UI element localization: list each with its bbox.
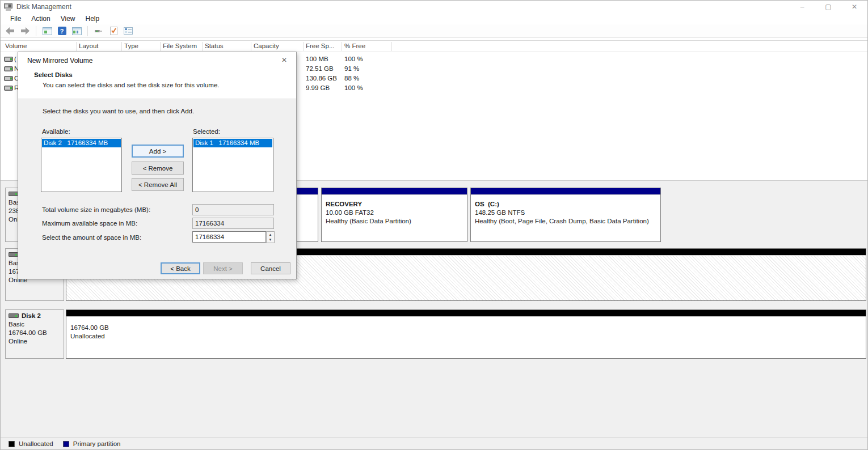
add-button[interactable]: Add > xyxy=(132,145,184,158)
selected-label: Selected: xyxy=(193,128,220,135)
partition-status: Healthy (Basic Data Partition) xyxy=(326,218,463,224)
disk-icon xyxy=(9,313,19,318)
col-volume[interactable]: Volume xyxy=(5,43,27,49)
disk2-unallocated-region[interactable]: 16764.00 GB Unallocated xyxy=(66,309,866,359)
volume-icon xyxy=(4,66,13,71)
partition-body: OS (C:) 148.25 GB NTFS Healthy (Boot, Pa… xyxy=(471,194,660,241)
primary-partition-legend-swatch xyxy=(63,441,69,447)
disk0-partition-recovery[interactable]: RECOVERY 10.00 GB FAT32 Healthy (Basic D… xyxy=(321,188,467,242)
titlebar: Disk Management – ▢ ✕ xyxy=(1,1,867,13)
back-button[interactable]: < Back xyxy=(161,262,200,274)
partition-body: RECOVERY 10.00 GB FAT32 Healthy (Basic D… xyxy=(322,194,467,241)
column-divider xyxy=(251,42,251,51)
col-status[interactable]: Status xyxy=(205,43,224,49)
amount-spinner[interactable]: ▲ ▼ xyxy=(266,231,275,243)
disk2-capacity: 16764.00 GB xyxy=(9,329,61,336)
pct-free-value: 100 % xyxy=(344,56,363,62)
column-divider xyxy=(303,42,304,51)
col-pct-free[interactable]: % Free xyxy=(344,43,365,49)
col-type[interactable]: Type xyxy=(124,43,138,49)
disk2-name: Disk 2 xyxy=(22,312,41,319)
selected-list-item[interactable]: Disk 1 17166334 MB xyxy=(193,139,272,147)
disk-management-window: Disk Management – ▢ ✕ File Action View H… xyxy=(0,0,868,450)
disk2-info-panel[interactable]: Disk 2 Basic 16764.00 GB Online xyxy=(5,309,64,359)
dialog-subheading: You can select the disks and set the dis… xyxy=(43,82,220,88)
free-space-value: 130.86 GB xyxy=(306,75,337,82)
unallocated-bar xyxy=(66,310,866,316)
app-icon xyxy=(4,3,12,11)
col-layout[interactable]: Layout xyxy=(79,43,99,49)
free-space-value: 100 MB xyxy=(306,56,328,62)
menu-action[interactable]: Action xyxy=(26,14,55,24)
check-document-icon[interactable] xyxy=(107,26,120,37)
column-divider xyxy=(391,42,392,51)
new-mirrored-volume-dialog: New Mirrored Volume ✕ Select Disks You c… xyxy=(18,52,297,279)
unallocated-legend-swatch xyxy=(9,441,15,447)
selected-listbox[interactable]: Disk 1 17166334 MB xyxy=(192,138,273,192)
cancel-button[interactable]: Cancel xyxy=(251,262,290,274)
toolbar: ? xyxy=(1,24,867,38)
select-amount-label: Select the amount of space in MB: xyxy=(42,234,141,241)
free-space-value: 72.51 GB xyxy=(306,65,334,72)
partition-name: RECOVERY xyxy=(326,201,463,207)
dialog-close-icon[interactable]: ✕ xyxy=(278,54,290,66)
total-volume-size-label: Total volume size in megabytes (MB): xyxy=(42,206,150,213)
select-amount-field[interactable] xyxy=(192,231,266,243)
pct-free-value: 88 % xyxy=(344,75,359,82)
minimize-button[interactable]: – xyxy=(789,1,815,13)
primary-partition-bar xyxy=(322,188,467,194)
column-divider xyxy=(202,42,203,51)
help-icon[interactable]: ? xyxy=(56,26,68,37)
volume-icon xyxy=(4,57,13,62)
column-divider xyxy=(76,42,77,51)
toolbar-separator xyxy=(36,26,36,36)
dialog-heading: Select Disks xyxy=(34,71,73,78)
console-tree-icon[interactable] xyxy=(41,26,53,37)
spinner-down-icon[interactable]: ▼ xyxy=(267,237,274,243)
available-list-item[interactable]: Disk 2 17166334 MB xyxy=(42,139,121,147)
close-button[interactable]: ✕ xyxy=(841,1,867,13)
remove-all-button[interactable]: < Remove All xyxy=(132,178,184,191)
col-capacity[interactable]: Capacity xyxy=(254,43,279,49)
show-hide-console-icon[interactable] xyxy=(70,26,83,37)
volume-icon xyxy=(4,86,13,91)
col-file-system[interactable]: File System xyxy=(163,43,197,49)
toolbar-separator xyxy=(87,26,88,36)
disk2-type: Basic xyxy=(9,321,61,328)
maximize-button[interactable]: ▢ xyxy=(815,1,841,13)
properties-list-icon[interactable] xyxy=(122,26,134,37)
menu-help[interactable]: Help xyxy=(81,14,105,24)
total-volume-size-field xyxy=(192,204,274,215)
menu-file[interactable]: File xyxy=(5,14,26,24)
legend-bar: Unallocated Primary partition xyxy=(1,437,867,450)
volume-list-header: Volume Layout Type File System Status Ca… xyxy=(1,41,867,52)
max-available-space-field xyxy=(192,218,274,229)
pct-free-value: 100 % xyxy=(344,84,363,91)
disk0-partition-os-c[interactable]: OS (C:) 148.25 GB NTFS Healthy (Boot, Pa… xyxy=(470,188,661,242)
volume-icon xyxy=(4,76,13,81)
max-available-space-label: Maximum available space in MB: xyxy=(42,220,137,227)
forward-icon[interactable] xyxy=(19,26,31,37)
column-divider xyxy=(121,42,122,51)
back-icon[interactable] xyxy=(4,26,16,37)
menu-view[interactable]: View xyxy=(56,14,81,24)
dialog-header: New Mirrored Volume ✕ Select Disks You c… xyxy=(18,52,296,99)
col-free-space[interactable]: Free Sp... xyxy=(306,43,335,49)
primary-partition-bar xyxy=(471,188,660,194)
region-label: Unallocated xyxy=(70,333,862,339)
dialog-instruction: Select the disks you want to use, and th… xyxy=(43,108,194,114)
region-body: 16764.00 GB Unallocated xyxy=(66,316,866,358)
dialog-title: New Mirrored Volume xyxy=(27,57,92,65)
disk2-status: Online xyxy=(9,338,61,345)
spinner-up-icon[interactable]: ▲ xyxy=(267,232,274,237)
unallocated-legend-label: Unallocated xyxy=(19,440,53,447)
region-size: 16764.00 GB xyxy=(70,324,862,331)
window-title: Disk Management xyxy=(16,3,71,11)
partition-size-fs: 10.00 GB FAT32 xyxy=(326,209,463,216)
partition-size-fs: 148.25 GB NTFS xyxy=(475,209,656,216)
partition-status: Healthy (Boot, Page File, Crash Dump, Ba… xyxy=(475,218,656,224)
available-listbox[interactable]: Disk 2 17166334 MB xyxy=(41,138,122,192)
tool-icon[interactable] xyxy=(92,26,105,37)
remove-button[interactable]: < Remove xyxy=(132,162,184,175)
column-divider xyxy=(342,42,342,51)
